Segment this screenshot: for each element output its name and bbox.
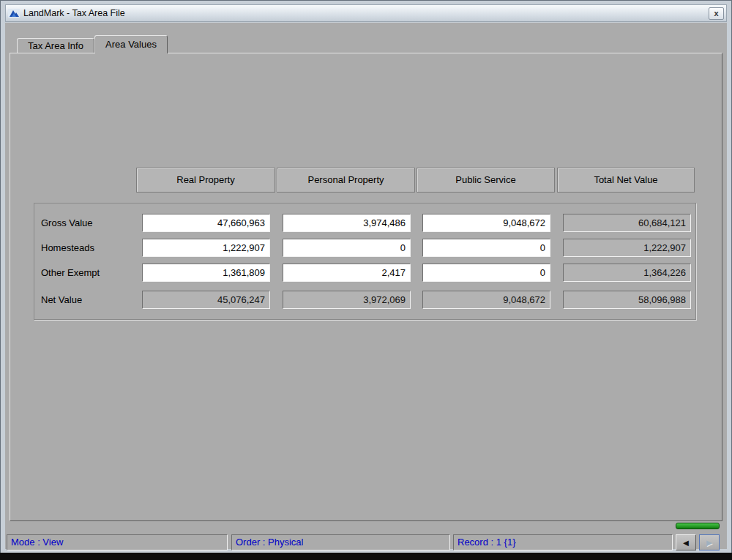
homesteads-public-service-input[interactable]: [422, 239, 550, 257]
other-exempt-total-net-field: 1,364,226: [563, 264, 691, 282]
window-title: LandMark - Tax Area File: [23, 8, 709, 18]
close-button[interactable]: x: [709, 7, 724, 20]
net-value-real-property-field: 45,076,247: [142, 291, 270, 309]
status-mode: Mode : View: [7, 534, 228, 550]
right-arrow-icon: ►: [705, 537, 714, 548]
tab-tax-area-info[interactable]: Tax Area Info: [17, 38, 94, 53]
next-record-button[interactable]: ►: [699, 534, 720, 550]
record-position-indicator: [676, 523, 720, 529]
other-exempt-personal-property-input[interactable]: [283, 264, 411, 282]
row-label-other-exempt: Other Exempt: [41, 267, 100, 278]
column-header-personal-property: Personal Property: [277, 168, 415, 193]
homesteads-real-property-input[interactable]: [142, 239, 270, 257]
column-header-public-service: Public Service: [417, 168, 555, 193]
client-area: Tax Area Info Area Values Real Property …: [5, 23, 727, 549]
net-value-total-net-field: 58,096,988: [563, 291, 691, 309]
status-order: Order : Physical: [231, 534, 450, 550]
app-icon: [8, 7, 20, 19]
title-bar: LandMark - Tax Area File x: [5, 4, 727, 22]
app-window: LandMark - Tax Area File x Tax Area Info…: [0, 0, 732, 554]
homesteads-personal-property-input[interactable]: [283, 239, 411, 257]
other-exempt-public-service-input[interactable]: [422, 264, 550, 282]
other-exempt-real-property-input[interactable]: [142, 264, 270, 282]
close-icon: x: [714, 9, 718, 18]
net-value-public-service-field: 9,048,672: [422, 291, 550, 309]
status-record: Record : 1 {1}: [453, 534, 673, 550]
net-value-personal-property-field: 3,972,069: [283, 291, 411, 309]
column-header-total-net-value: Total Net Value: [557, 168, 695, 193]
gross-value-total-net-field: 60,684,121: [563, 214, 691, 232]
bottom-strip: [0, 553, 732, 560]
tab-area-values[interactable]: Area Values: [94, 35, 168, 53]
left-arrow-icon: ◄: [681, 537, 691, 548]
row-label-homesteads: Homesteads: [41, 242, 94, 253]
gross-value-public-service-input[interactable]: [422, 214, 550, 232]
row-label-gross-value: Gross Value: [41, 217, 93, 228]
previous-record-button[interactable]: ◄: [676, 534, 696, 550]
gross-value-real-property-input[interactable]: [142, 214, 270, 232]
row-label-net-value: Net Value: [41, 294, 82, 305]
homesteads-total-net-field: 1,222,907: [563, 239, 691, 257]
column-header-real-property: Real Property: [136, 168, 275, 193]
gross-value-personal-property-input[interactable]: [283, 214, 411, 232]
